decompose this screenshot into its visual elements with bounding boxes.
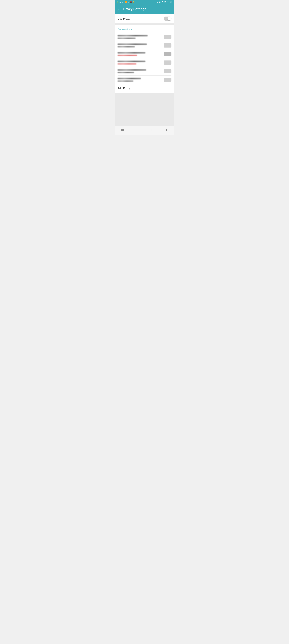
proxy-item[interactable] <box>118 58 171 67</box>
battery-text: ۴۷درصد <box>119 1 124 3</box>
add-proxy-row[interactable]: Add Proxy <box>115 84 174 93</box>
nav-recent-apps-button[interactable] <box>121 128 124 132</box>
proxy-item[interactable] <box>118 33 171 41</box>
notification-dot <box>157 2 158 2</box>
connections-title: Connections <box>118 28 171 31</box>
svg-rect-1 <box>122 129 123 131</box>
proxy-item[interactable] <box>118 41 171 50</box>
x-icon: ✕ <box>159 1 161 3</box>
add-proxy-label: Add Proxy <box>118 87 130 90</box>
key-icon: 🔑 <box>133 1 135 3</box>
status-left: 🔋 ۴۷درصد 📶 4G 🔇 🔑 <box>117 1 135 3</box>
nav-home-button[interactable] <box>135 128 139 132</box>
proxy-detail-bar <box>118 80 133 82</box>
proxy-item-left <box>118 35 162 39</box>
use-proxy-label: Use Proxy <box>118 17 130 20</box>
proxy-item-left <box>118 78 162 82</box>
status-right: ✕ ⏻ 🖼 ۱۱:۵۸ <box>157 1 172 3</box>
nav-back-button[interactable] <box>150 128 154 132</box>
proxy-name-bar <box>118 78 141 79</box>
svg-rect-2 <box>123 129 124 131</box>
network-4g: 4G <box>128 1 129 3</box>
proxy-item[interactable] <box>118 67 171 76</box>
bottom-empty-area <box>115 93 174 126</box>
proxy-select-button[interactable] <box>164 35 171 39</box>
nav-accessibility-button[interactable] <box>165 128 168 132</box>
proxy-item-left <box>118 69 162 73</box>
svg-rect-0 <box>121 129 122 131</box>
proxy-error-bar <box>118 63 136 64</box>
proxy-select-button[interactable] <box>164 52 171 56</box>
proxy-item[interactable] <box>118 50 171 58</box>
proxy-name-bar <box>118 60 145 62</box>
proxy-name-bar <box>118 69 146 71</box>
mute-icon: 🔇 <box>130 1 132 3</box>
proxy-item[interactable] <box>118 76 171 84</box>
proxy-name-bar <box>118 35 148 36</box>
navigation-bar <box>115 126 174 135</box>
page-title: Proxy Settings <box>123 7 146 11</box>
signal-icon: 📶 <box>125 1 127 3</box>
proxy-item-left <box>118 52 162 56</box>
section-separator <box>115 24 174 26</box>
toggle-knob <box>168 17 171 20</box>
time-display: ۱۱:۵۸ <box>167 1 172 3</box>
back-button[interactable]: ← <box>118 7 121 11</box>
proxy-select-button[interactable] <box>164 78 171 82</box>
proxy-select-button[interactable] <box>164 69 171 73</box>
proxy-select-button[interactable] <box>164 43 171 48</box>
svg-rect-3 <box>136 129 138 131</box>
proxy-name-bar <box>118 44 147 45</box>
battery-icon: 🔋 <box>117 1 119 3</box>
power-icon: ⏻ <box>161 1 163 3</box>
photo-icon: 🖼 <box>164 1 166 3</box>
proxy-error-bar <box>118 55 137 56</box>
proxy-item-left <box>118 44 162 48</box>
proxy-detail-bar <box>118 38 136 39</box>
proxy-detail-bar <box>118 46 135 48</box>
proxy-name-bar <box>118 52 145 54</box>
svg-line-8 <box>166 130 167 131</box>
header: ← Proxy Settings <box>115 4 174 14</box>
status-bar: 🔋 ۴۷درصد 📶 4G 🔇 🔑 ✕ ⏻ 🖼 ۱۱:۵۸ <box>115 0 174 4</box>
proxy-item-left <box>118 60 162 64</box>
connections-section: Connections <box>115 26 174 84</box>
proxy-detail-bar <box>118 72 134 73</box>
use-proxy-row: Use Proxy <box>115 14 174 24</box>
proxy-select-button[interactable] <box>164 60 171 65</box>
use-proxy-toggle[interactable] <box>164 16 171 21</box>
